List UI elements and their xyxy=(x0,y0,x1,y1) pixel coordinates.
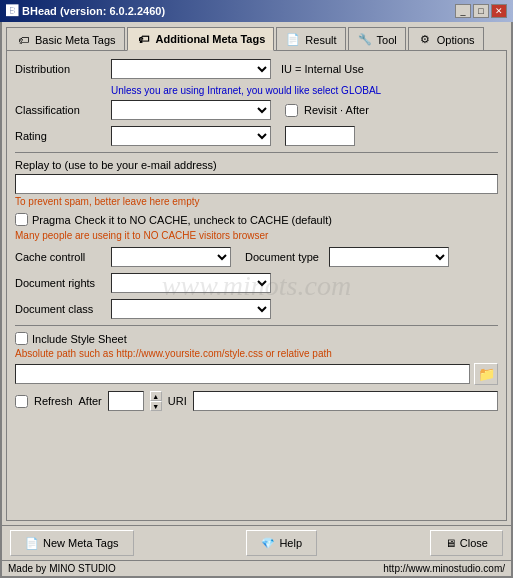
app-icon: 🅱 xyxy=(6,4,18,18)
docclass-row: Document class xyxy=(15,299,498,319)
replay-input[interactable] xyxy=(15,174,498,194)
close-button[interactable]: 🖥 Close xyxy=(430,530,503,556)
cache-row: Cache controll Document type xyxy=(15,247,498,267)
classification-row: Classification Revisit · After xyxy=(15,100,498,120)
docclass-label: Document class xyxy=(15,303,105,315)
tab-options[interactable]: ⚙ Options xyxy=(408,27,484,51)
tab-result[interactable]: 📄 Result xyxy=(276,27,345,51)
replay-input-row xyxy=(15,174,498,194)
minimize-button[interactable]: _ xyxy=(455,4,471,18)
after-label: After xyxy=(79,395,102,407)
revisit-checkbox[interactable] xyxy=(285,104,298,117)
include-style-label: Include Style Sheet xyxy=(32,333,127,345)
rating-row: Rating 10 days xyxy=(15,126,498,146)
close-title-button[interactable]: ✕ xyxy=(491,4,507,18)
distribution-note: IU = Internal Use xyxy=(281,63,364,75)
pragma-hint: Check it to NO CACHE, uncheck to CACHE (… xyxy=(75,214,332,226)
tab-basic-label: Basic Meta Tags xyxy=(35,34,116,46)
pragma-label: Pragma xyxy=(32,214,71,226)
status-left: Made by MINO STUDIO xyxy=(8,563,116,574)
docclass-select[interactable] xyxy=(111,299,271,319)
tool-tab-icon: 🔧 xyxy=(357,32,373,48)
basic-tab-icon: 🏷 xyxy=(15,32,31,48)
pragma-checkbox[interactable] xyxy=(15,213,28,226)
uri-label: URI xyxy=(168,395,187,407)
close-label: Close xyxy=(460,537,488,549)
after-input[interactable]: 0 xyxy=(108,391,144,411)
distribution-select[interactable] xyxy=(111,59,271,79)
browse-button[interactable]: 📁 xyxy=(474,363,498,385)
docrights-select[interactable] xyxy=(111,273,271,293)
revisit-days-input[interactable]: 10 days xyxy=(285,126,355,146)
docrights-row: Document rights xyxy=(15,273,498,293)
status-bar: Made by MINO STUDIO http://www.minostudi… xyxy=(2,560,511,576)
tab-tool-label: Tool xyxy=(377,34,397,46)
pragma-warn: Many people are useing it to NO CACHE vi… xyxy=(15,230,498,241)
replay-label: Replay to (use to be your e-mail address… xyxy=(15,159,498,171)
tab-additional[interactable]: 🏷 Additional Meta Tags xyxy=(127,27,275,51)
bottom-bar: 📄 New Meta Tags 💎 Help 🖥 Close xyxy=(2,525,511,560)
doctype-label: Document type xyxy=(245,251,319,263)
spin-up-button[interactable]: ▲ xyxy=(150,391,162,401)
pragma-row: Pragma Check it to NO CACHE, uncheck to … xyxy=(15,213,498,226)
title-bar: 🅱 BHead (version: 6.0.2.2460) _ □ ✕ xyxy=(0,0,513,22)
spinner-arrows: ▲ ▼ xyxy=(150,391,162,411)
include-style-row: Include Style Sheet xyxy=(15,332,498,345)
close-icon: 🖥 xyxy=(445,537,456,549)
maximize-button[interactable]: □ xyxy=(473,4,489,18)
content-area: www.minots.com Distribution IU = Interna… xyxy=(6,50,507,521)
distribution-row: Distribution IU = Internal Use xyxy=(15,59,498,79)
tab-bar: 🏷 Basic Meta Tags 🏷 Additional Meta Tags… xyxy=(2,22,511,50)
tab-result-label: Result xyxy=(305,34,336,46)
title-bar-left: 🅱 BHead (version: 6.0.2.2460) xyxy=(6,4,165,18)
tab-additional-label: Additional Meta Tags xyxy=(156,33,266,45)
revisit-label: Revisit · After xyxy=(304,104,369,116)
refresh-checkbox[interactable] xyxy=(15,395,28,408)
tab-options-label: Options xyxy=(437,34,475,46)
title-bar-controls[interactable]: _ □ ✕ xyxy=(455,4,507,18)
cache-label: Cache controll xyxy=(15,251,105,263)
cache-select[interactable] xyxy=(111,247,231,267)
distribution-label: Distribution xyxy=(15,63,105,75)
status-right: http://www.minostudio.com/ xyxy=(383,563,505,574)
help-button[interactable]: 💎 Help xyxy=(246,530,317,556)
style-hint: Absolute path such as http://www.yoursit… xyxy=(15,348,498,359)
stylesheet-input-row: 📁 xyxy=(15,363,498,385)
main-window: 🏷 Basic Meta Tags 🏷 Additional Meta Tags… xyxy=(0,22,513,578)
classification-label: Classification xyxy=(15,104,105,116)
tab-basic[interactable]: 🏷 Basic Meta Tags xyxy=(6,27,125,51)
stylesheet-input[interactable] xyxy=(15,364,470,384)
include-style-checkbox[interactable] xyxy=(15,332,28,345)
classification-select[interactable] xyxy=(111,100,271,120)
rating-label: Rating xyxy=(15,130,105,142)
distribution-hint: Unless you are using Intranet, you would… xyxy=(111,85,498,96)
doctype-select[interactable] xyxy=(329,247,449,267)
refresh-row: Refresh After 0 ▲ ▼ URI xyxy=(15,391,498,411)
refresh-label: Refresh xyxy=(34,395,73,407)
result-tab-icon: 📄 xyxy=(285,32,301,48)
new-meta-button[interactable]: 📄 New Meta Tags xyxy=(10,530,134,556)
new-meta-icon: 📄 xyxy=(25,537,39,550)
revisit-row: Revisit · After xyxy=(285,104,369,117)
uri-input[interactable] xyxy=(193,391,498,411)
docrights-label: Document rights xyxy=(15,277,105,289)
replay-hint: To prevent spam, better leave here empty xyxy=(15,196,498,207)
help-icon: 💎 xyxy=(261,537,275,550)
new-meta-label: New Meta Tags xyxy=(43,537,119,549)
additional-tab-icon: 🏷 xyxy=(136,31,152,47)
help-label: Help xyxy=(279,537,302,549)
tab-tool[interactable]: 🔧 Tool xyxy=(348,27,406,51)
window-title: BHead (version: 6.0.2.2460) xyxy=(22,5,165,17)
rating-select[interactable] xyxy=(111,126,271,146)
options-tab-icon: ⚙ xyxy=(417,32,433,48)
spin-down-button[interactable]: ▼ xyxy=(150,401,162,411)
